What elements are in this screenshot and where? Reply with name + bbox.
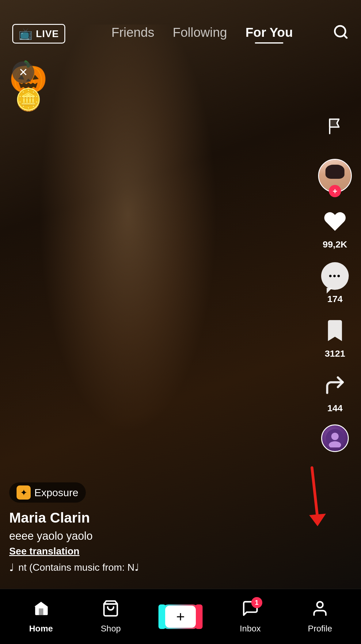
right-action-panel: + 99,2K ••• 174 3121 (318, 117, 352, 452)
sound-avatar-action[interactable] (321, 424, 349, 452)
bookmark-icon (320, 315, 350, 346)
report-button[interactable] (327, 117, 343, 139)
nav-item-profile[interactable]: Profile (302, 600, 338, 634)
bottom-navigation: Home Shop + 1 Inbox (0, 589, 361, 644)
svg-point-9 (317, 602, 323, 608)
shop-icon (102, 600, 120, 621)
inbox-label: Inbox (240, 624, 261, 634)
nav-item-inbox[interactable]: 1 Inbox (232, 600, 269, 634)
exposure-badge[interactable]: ✦ Exposure (9, 482, 86, 503)
music-info[interactable]: ♩ nt (Contains music from: N♩ (9, 561, 306, 573)
home-icon (32, 600, 50, 621)
annotation-arrow (294, 465, 330, 527)
svg-line-6 (312, 468, 317, 518)
comment-action[interactable]: ••• 174 (320, 261, 350, 304)
coins-icon: 🪙 (15, 89, 42, 110)
search-button[interactable] (333, 24, 349, 44)
creator-avatar-container[interactable]: + (318, 159, 352, 195)
like-count: 99,2K (323, 239, 347, 250)
sound-avatar (321, 424, 349, 452)
creator-username[interactable]: Maria Clarin (9, 509, 306, 526)
share-action[interactable]: 144 (320, 370, 350, 413)
live-badge[interactable]: 📺 LIVE (12, 24, 65, 44)
svg-point-4 (331, 433, 339, 440)
share-count: 144 (327, 403, 343, 413)
video-info-overlay: ✦ Exposure Maria Clarin eeee yaolo yaolo… (9, 482, 306, 573)
comment-count: 174 (327, 294, 343, 304)
nav-tabs: Friends Following For You (71, 25, 333, 42)
tab-following[interactable]: Following (173, 25, 227, 42)
exposure-star-icon: ✦ (17, 485, 31, 500)
see-translation-button[interactable]: See translation (9, 546, 306, 557)
nav-item-home[interactable]: Home (23, 600, 59, 634)
comment-dots-icon: ••• (329, 271, 341, 281)
home-label: Home (29, 624, 53, 634)
tab-foryou[interactable]: For You (245, 25, 293, 42)
close-button[interactable]: ✕ (12, 61, 34, 83)
like-action[interactable]: 99,2K (320, 206, 350, 250)
tv-icon: 📺 (19, 27, 33, 40)
nav-item-shop[interactable]: Shop (92, 600, 129, 634)
profile-icon (311, 600, 329, 621)
top-navigation: 📺 LIVE Friends Following For You (0, 0, 361, 55)
video-caption: eeee yaolo yaolo (9, 530, 306, 542)
inbox-badge: 1 (251, 597, 262, 608)
tab-friends[interactable]: Friends (111, 25, 154, 42)
inbox-icon: 1 (241, 600, 259, 621)
svg-marker-7 (309, 514, 326, 526)
follow-button[interactable]: + (329, 185, 341, 197)
svg-line-1 (344, 35, 347, 38)
video-face-overlay (25, 25, 254, 500)
music-text: nt (Contains music from: N♩ (18, 562, 139, 573)
share-icon (320, 370, 350, 401)
profile-label: Profile (308, 624, 332, 634)
like-icon (320, 206, 350, 237)
music-note-icon: ♩ (9, 561, 14, 573)
create-button[interactable]: + (162, 604, 199, 629)
exposure-label: Exposure (34, 487, 78, 499)
shop-label: Shop (101, 624, 121, 634)
creator-avatar[interactable]: + (318, 159, 352, 193)
nav-item-create[interactable]: + (162, 604, 199, 629)
bookmark-action[interactable]: 3121 (320, 315, 350, 359)
bookmark-count: 3121 (325, 348, 345, 359)
live-label: LIVE (36, 28, 59, 40)
comment-icon: ••• (320, 261, 350, 291)
create-plus-icon: + (165, 606, 196, 628)
comment-bubble: ••• (321, 262, 349, 290)
